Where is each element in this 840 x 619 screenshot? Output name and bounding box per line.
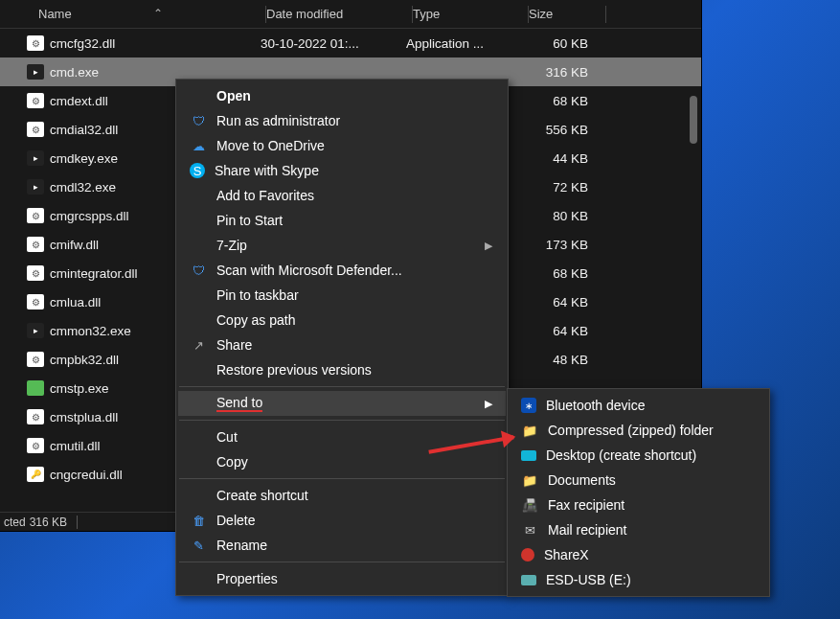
file-icon (27, 380, 44, 396)
menu-label: Run as administrator (216, 113, 340, 128)
file-icon (27, 64, 44, 80)
submenu-label: Fax recipient (548, 497, 624, 513)
file-size: 173 KB (521, 238, 594, 252)
menu-label: Add to Favorites (216, 188, 314, 203)
menu-item[interactable]: Pin to taskbar (178, 283, 506, 308)
context-menu: Open🛡Run as administrator☁Move to OneDri… (175, 79, 509, 596)
menu-label: Scan with Microsoft Defender... (216, 263, 402, 278)
share-icon: ↗ (190, 336, 207, 354)
menu-item[interactable]: Send to▶ (178, 391, 506, 416)
menu-separator (179, 420, 505, 421)
column-header-name[interactable]: Name (0, 7, 265, 21)
file-icon (27, 438, 44, 453)
send-to-submenu: ∗Bluetooth device📁Compressed (zipped) fo… (507, 388, 770, 597)
file-icon (27, 35, 44, 51)
file-name: cmifw.dll (50, 238, 99, 252)
menu-label: Share with Skype (215, 163, 319, 178)
column-header-type[interactable]: Type (413, 7, 528, 21)
submenu-indicator-icon: ▶ (485, 240, 492, 252)
column-header-date[interactable]: Date modified (266, 7, 412, 21)
usb-icon (521, 575, 536, 585)
file-icon (27, 265, 44, 281)
submenu-item[interactable]: ✉Mail recipient (510, 517, 767, 542)
menu-label: Share (216, 337, 252, 353)
menu-item[interactable]: Copy (178, 449, 506, 474)
file-name: cmgrcspps.dll (50, 209, 129, 223)
submenu-item[interactable]: Desktop (create shortcut) (510, 443, 767, 468)
file-icon (27, 208, 44, 223)
menu-item[interactable]: ☁Move to OneDrive (178, 133, 506, 158)
file-size: 68 KB (521, 266, 594, 281)
submenu-item[interactable]: ESD-USB (E:) (510, 567, 767, 592)
menu-item[interactable]: Open (178, 83, 506, 108)
submenu-label: ShareX (544, 547, 589, 562)
file-icon (27, 150, 44, 166)
status-size: 316 KB (30, 516, 67, 529)
menu-label: Delete (216, 513, 255, 528)
menu-item[interactable]: 🗑Delete (178, 508, 506, 533)
file-size: 64 KB (521, 295, 594, 310)
fax-icon: 📠 (521, 496, 538, 514)
menu-label: Copy as path (216, 312, 296, 328)
mail-icon: ✉ (521, 521, 538, 539)
menu-label: Copy (216, 454, 248, 470)
file-size: 44 KB (521, 151, 594, 166)
scrollbar-thumb[interactable] (690, 96, 697, 144)
submenu-item[interactable]: ∗Bluetooth device (510, 393, 767, 418)
menu-label: Pin to taskbar (216, 287, 299, 303)
menu-label: Create shortcut (216, 488, 308, 503)
menu-item[interactable]: 🛡Run as administrator (178, 108, 506, 133)
zip-icon: 📁 (521, 422, 538, 439)
file-name: cmmon32.exe (50, 324, 131, 338)
file-icon (27, 409, 44, 424)
file-icon (27, 179, 44, 195)
desk-icon (521, 450, 536, 461)
menu-item[interactable]: ↗Share (178, 332, 506, 357)
menu-label: Cut (216, 429, 238, 445)
columns-header: Name Date modified Type Size (0, 0, 701, 29)
submenu-label: Mail recipient (548, 522, 626, 538)
menu-item[interactable]: Add to Favorites (178, 183, 506, 208)
menu-separator (179, 386, 505, 387)
submenu-item[interactable]: 📠Fax recipient (510, 493, 767, 517)
file-icon (27, 323, 44, 338)
file-name: cmdl32.exe (50, 180, 116, 195)
file-size: 68 KB (521, 94, 594, 108)
menu-item[interactable]: Restore previous versions (178, 357, 506, 382)
skype-icon: S (190, 163, 205, 178)
menu-label: Properties (216, 571, 278, 586)
menu-item[interactable]: Pin to Start (178, 208, 506, 233)
submenu-item[interactable]: 📁Documents (510, 468, 767, 493)
column-header-size[interactable]: Size (529, 7, 605, 21)
shield-icon: 🛡 (190, 112, 207, 129)
menu-item[interactable]: Properties (178, 566, 506, 591)
menu-label: Move to OneDrive (216, 138, 325, 153)
submenu-item[interactable]: ShareX (510, 542, 767, 567)
submenu-item[interactable]: 📁Compressed (zipped) folder (510, 418, 767, 443)
msdefend-icon: 🛡 (190, 262, 207, 279)
menu-item[interactable]: 7-Zip▶ (178, 233, 506, 258)
menu-separator (179, 478, 505, 479)
trash-icon: 🗑 (190, 512, 207, 529)
file-name: cmpbk32.dll (50, 353, 119, 367)
menu-label: Open (216, 88, 251, 103)
menu-item[interactable]: Copy as path (178, 308, 506, 332)
cloud-icon: ☁ (190, 137, 207, 154)
file-icon (27, 467, 44, 482)
submenu-indicator-icon: ▶ (485, 398, 492, 410)
file-name: cmutil.dll (50, 439, 101, 453)
menu-item[interactable]: ✎Rename (178, 533, 506, 558)
file-icon (27, 294, 44, 310)
submenu-label: Compressed (zipped) folder (548, 423, 714, 438)
file-name: cmstplua.dll (50, 410, 118, 424)
file-name: cmdext.dll (50, 94, 108, 108)
file-row[interactable]: cmcfg32.dll30-10-2022 01:...Application … (0, 29, 701, 57)
menu-item[interactable]: Create shortcut (178, 483, 506, 508)
file-name: cmlua.dll (50, 295, 101, 310)
bt-icon: ∗ (521, 398, 536, 413)
menu-item[interactable]: SShare with Skype (178, 158, 506, 183)
file-size: 556 KB (521, 123, 594, 137)
menu-item[interactable]: 🛡Scan with Microsoft Defender... (178, 258, 506, 283)
menu-label: Send to (216, 395, 262, 412)
file-date: 30-10-2022 01:... (261, 36, 406, 51)
